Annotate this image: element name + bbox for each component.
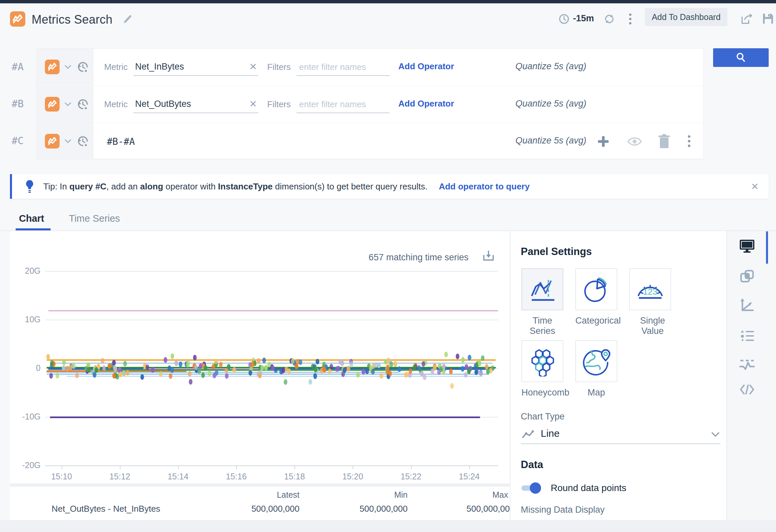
edit-pencil-icon[interactable] bbox=[122, 14, 133, 25]
query-history-icon[interactable] bbox=[76, 60, 89, 73]
save-icon[interactable] bbox=[761, 12, 775, 25]
svg-text:123: 123 bbox=[643, 287, 657, 297]
honeycomb-icon bbox=[527, 346, 558, 376]
metrics-search-page: Metrics Search -15m Add To Dashboard #A … bbox=[0, 0, 776, 532]
x-axis-tickmark bbox=[236, 466, 237, 469]
delete-query-trash-icon[interactable] bbox=[658, 134, 670, 149]
share-export-icon[interactable] bbox=[739, 12, 753, 26]
chevron-down-icon[interactable] bbox=[64, 64, 71, 69]
run-search-button[interactable] bbox=[713, 48, 769, 67]
series-line-constant-low bbox=[50, 416, 480, 418]
metric-value-a[interactable]: Net_InBytes bbox=[135, 61, 184, 72]
add-operator-link-b[interactable]: Add Operator bbox=[398, 99, 454, 109]
expression-value-c[interactable]: #B-#A bbox=[107, 136, 135, 147]
filters-placeholder[interactable]: enter filter names bbox=[299, 62, 366, 72]
query-history-icon[interactable] bbox=[76, 98, 89, 111]
chart-table-divider bbox=[10, 483, 510, 487]
filters-input-underline bbox=[297, 113, 390, 113]
metric-input-underline bbox=[134, 113, 258, 113]
metric-value-b[interactable]: Net_OutBytes bbox=[135, 99, 191, 109]
x-axis-tickmark bbox=[178, 466, 179, 469]
active-section-indicator bbox=[766, 231, 768, 264]
x-axis-tick-label: 15:20 bbox=[333, 472, 373, 481]
threshold-settings-icon[interactable] bbox=[739, 357, 755, 372]
panel-type-single-value[interactable]: 123 bbox=[629, 268, 671, 310]
select-chevron-down-icon[interactable] bbox=[711, 431, 720, 437]
top-window-strip bbox=[0, 0, 776, 3]
x-axis-tick-label: 15:14 bbox=[158, 472, 198, 481]
gridline bbox=[45, 466, 498, 466]
filters-field-label: Filters bbox=[267, 99, 291, 110]
tab-chart[interactable]: Chart bbox=[19, 213, 44, 224]
round-data-points-toggle-knob[interactable] bbox=[530, 482, 541, 494]
panel-type-categorical[interactable] bbox=[575, 268, 617, 310]
clear-metric-icon[interactable]: ✕ bbox=[249, 61, 257, 72]
query-type-cell bbox=[37, 49, 93, 85]
panel-type-honeycomb[interactable] bbox=[522, 340, 563, 382]
clear-metric-icon[interactable]: ✕ bbox=[249, 99, 257, 110]
chart-type-select-underline bbox=[521, 444, 721, 444]
table-header-max[interactable]: Max bbox=[412, 490, 508, 500]
display-settings-icon[interactable] bbox=[739, 238, 755, 254]
tip-close-icon[interactable]: ✕ bbox=[751, 181, 759, 192]
chart-type-select[interactable]: Line bbox=[541, 428, 560, 439]
code-view-icon[interactable] bbox=[739, 381, 755, 397]
panel-type-map[interactable] bbox=[575, 340, 617, 382]
missing-data-display-label[interactable]: Missing Data Display bbox=[521, 505, 605, 515]
axes-settings-icon[interactable] bbox=[739, 298, 755, 314]
pie-chart-icon bbox=[581, 274, 612, 305]
metric-query-type-icon[interactable] bbox=[45, 97, 59, 112]
add-to-dashboard-button[interactable]: Add To Dashboard bbox=[645, 8, 728, 26]
series-name-cell[interactable]: Net_OutBytes - Net_InBytes bbox=[51, 504, 160, 514]
metric-query-type-icon[interactable] bbox=[45, 59, 59, 74]
chevron-down-icon[interactable] bbox=[64, 139, 71, 144]
series-line-band-lower-2 bbox=[66, 376, 482, 377]
tab-time-series[interactable]: Time Series bbox=[69, 213, 120, 224]
page-title: Metrics Search bbox=[32, 13, 113, 27]
panel-type-time-series[interactable] bbox=[522, 268, 563, 310]
more-options-kebab-icon[interactable] bbox=[628, 13, 633, 26]
x-axis-tick-label: 15:16 bbox=[216, 472, 256, 481]
x-axis-tick-label: 15:18 bbox=[274, 472, 315, 481]
quantize-text-a: Quantize 5s (avg) bbox=[516, 61, 586, 71]
panel-divider bbox=[510, 231, 511, 520]
metrics-app-icon bbox=[10, 11, 25, 27]
chevron-down-icon[interactable] bbox=[64, 102, 71, 107]
time-range-value[interactable]: -15m bbox=[573, 13, 594, 24]
metric-field-label: Metric bbox=[104, 99, 128, 110]
overlay-panels-icon[interactable] bbox=[739, 268, 755, 284]
panel-settings-title: Panel Settings bbox=[521, 246, 592, 258]
download-chart-icon[interactable] bbox=[482, 249, 495, 262]
gridline bbox=[45, 271, 498, 272]
panel-type-label: Categorical bbox=[575, 316, 617, 326]
panel-type-label: Map bbox=[575, 387, 617, 398]
query-row-label-a: #A bbox=[12, 61, 24, 72]
line-chart-type-icon bbox=[522, 429, 535, 439]
clock-icon[interactable] bbox=[558, 13, 570, 25]
round-data-points-label: Round data points bbox=[551, 483, 626, 493]
add-query-plus-icon[interactable] bbox=[597, 135, 610, 148]
y-axis-tick-label: 10G bbox=[10, 315, 41, 324]
tip-add-operator-link[interactable]: Add operator to query bbox=[439, 181, 530, 192]
series-line-constant-high bbox=[48, 310, 498, 311]
legend-settings-icon[interactable] bbox=[739, 328, 755, 344]
filters-placeholder[interactable]: enter filter names bbox=[299, 99, 366, 110]
hide-query-eye-icon[interactable] bbox=[627, 136, 642, 147]
table-header-latest[interactable]: Latest bbox=[200, 490, 300, 500]
refresh-icon[interactable] bbox=[603, 13, 616, 25]
search-icon bbox=[735, 52, 747, 63]
add-operator-link-a[interactable]: Add Operator bbox=[398, 61, 454, 71]
table-header-min[interactable]: Min bbox=[308, 490, 408, 500]
x-axis-tickmark bbox=[295, 466, 295, 469]
query-history-icon[interactable] bbox=[76, 135, 89, 148]
filters-input-underline bbox=[297, 75, 390, 76]
query-more-kebab-icon[interactable] bbox=[687, 134, 692, 149]
x-axis-tick-label: 15:12 bbox=[100, 472, 140, 481]
metric-query-type-icon[interactable] bbox=[45, 134, 59, 149]
chart-type-label: Chart Type bbox=[521, 411, 565, 422]
x-axis-tickmark bbox=[469, 466, 470, 469]
map-globe-icon bbox=[581, 346, 612, 376]
lightbulb-icon bbox=[24, 179, 35, 194]
latest-value-cell: 500,000,000 bbox=[200, 504, 300, 514]
x-axis-tick-label: 15:22 bbox=[391, 472, 431, 481]
